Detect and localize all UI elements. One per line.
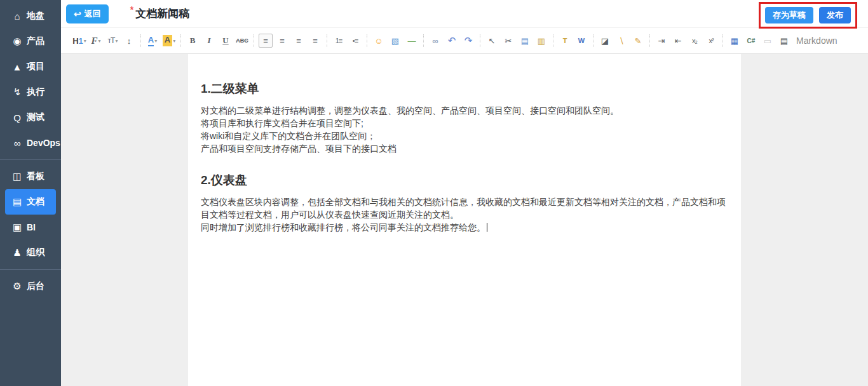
insert-hr-button[interactable]: ― — [405, 34, 419, 48]
sidebar-item-test[interactable]: Q 测试 — [0, 105, 61, 130]
publish-button[interactable]: 发布 — [819, 7, 851, 23]
chevron-down-icon: ▾ — [84, 38, 86, 44]
paste-as-text-button[interactable]: T — [558, 34, 572, 48]
text-color-icon: A — [148, 35, 154, 46]
strikethrough-button[interactable]: ABC — [235, 34, 249, 48]
sidebar-item-admin[interactable]: ⚙ 后台 — [0, 274, 61, 299]
product-lightbulb-icon: ◉ — [11, 36, 24, 47]
sidebar-item-devops[interactable]: ∞ DevOps — [0, 130, 61, 156]
redo-button[interactable]: ↷ — [461, 34, 475, 48]
organization-people-icon: ♟ — [11, 247, 24, 258]
doc-section-heading: 2.仪表盘 — [201, 172, 728, 189]
line-height-icon: ↕ — [127, 36, 132, 46]
chevron-down-icon: ▾ — [115, 38, 117, 44]
remove-format-eraser-button[interactable]: ◪ — [598, 34, 612, 48]
superscript-button[interactable]: x² — [704, 34, 718, 48]
align-left-button[interactable]: ≡ — [259, 34, 273, 48]
insert-code-button[interactable]: C# — [744, 34, 758, 48]
page-break-button: ▭ — [761, 34, 775, 48]
doc-line-with-caret: 同时增加了浏览排行榜和收藏排行榜，将公司同事关注的文档推荐给您。 — [201, 221, 728, 234]
insert-table-button[interactable]: ▦ — [728, 34, 742, 48]
sidebar: ⌂ 地盘 ◉ 产品 ▲ 项目 ↯ 执行 Q 测试 ∞ DevOps ◫ 看板 ▤ — [0, 0, 61, 386]
align-center-button[interactable]: ≡ — [275, 34, 289, 48]
source-notebook-button[interactable]: ▤ — [777, 34, 791, 48]
doc-line: 对文档的二级菜单进行结构调整，调整为仪表盘、我的空间、产品空间、项目空间、接口空… — [201, 104, 728, 117]
sidebar-item-label: 产品 — [27, 36, 44, 47]
sidebar-item-label: 看板 — [27, 171, 44, 182]
toolbar-separator — [254, 34, 254, 47]
settings-gear-icon: ⚙ — [11, 281, 24, 292]
italic-button[interactable]: I — [202, 34, 216, 48]
toolbar-separator — [367, 34, 367, 47]
heading-select[interactable]: H1▾ — [72, 34, 86, 48]
doc-line: 将项目库和执行库文档合并在项目空间下; — [201, 117, 728, 130]
outdent-button[interactable]: ⇤ — [671, 34, 685, 48]
doc-line: 将wiki和自定义库下的文档合并在团队空间； — [201, 130, 728, 142]
save-draft-button[interactable]: 存为草稿 — [765, 7, 813, 23]
align-right-button[interactable]: ≡ — [292, 34, 306, 48]
chevron-down-icon: ▾ — [173, 38, 175, 44]
copy-button[interactable]: ▤ — [518, 34, 532, 48]
toolbar-separator — [649, 34, 650, 47]
kanban-icon: ◫ — [11, 171, 24, 182]
sidebar-item-doc[interactable]: ▤ 文档 — [5, 189, 56, 215]
doc-paragraph: 文档仪表盘区块内容调整，包括全部文档和与我相关的文档统计信息，我收藏的文档和最近… — [201, 196, 728, 234]
chevron-down-icon: ▾ — [154, 38, 157, 44]
subscript-button[interactable]: x₂ — [688, 34, 702, 48]
toolbar-separator — [480, 34, 480, 47]
font-family-icon: F — [91, 36, 97, 46]
sidebar-item-label: BI — [27, 222, 36, 232]
sidebar-item-project[interactable]: ▲ 项目 — [0, 54, 61, 79]
sidebar-item-label: 后台 — [27, 281, 44, 292]
line-height-button[interactable]: ↕ — [122, 34, 136, 48]
font-family-select[interactable]: F▾ — [89, 34, 103, 48]
sidebar-item-label: 地盘 — [27, 10, 44, 22]
test-magnifier-icon: Q — [11, 112, 24, 123]
highlight-color-select[interactable]: A▾ — [162, 34, 176, 48]
undo-button[interactable]: ↶ — [445, 34, 459, 48]
project-rocket-icon: ▲ — [11, 62, 24, 72]
doc-line: 产品和项目空间支持存储产品、项目下的接口文档 — [201, 142, 728, 155]
highlight-color-icon: A — [163, 35, 172, 46]
bi-monitor-icon: ▣ — [11, 222, 24, 233]
document-edit-area[interactable]: 1.二级菜单 对文档的二级菜单进行结构调整，调整为仪表盘、我的空间、产品空间、项… — [188, 54, 741, 386]
toolbar-separator — [423, 34, 424, 47]
doc-paragraph: 对文档的二级菜单进行结构调整，调整为仪表盘、我的空间、产品空间、项目空间、接口空… — [201, 104, 728, 155]
insert-image-button[interactable]: ▧ — [388, 34, 402, 48]
sidebar-item-product[interactable]: ◉ 产品 — [0, 29, 61, 54]
select-all-button[interactable]: ↖ — [485, 34, 499, 48]
emoji-button[interactable]: ☺ — [372, 34, 386, 48]
page-title: 文档新闻稿 — [135, 6, 189, 21]
sidebar-item-kanban[interactable]: ◫ 看板 — [0, 164, 61, 189]
indent-button[interactable]: ⇥ — [654, 34, 668, 48]
sidebar-item-label: 文档 — [27, 196, 44, 208]
ordered-list-button[interactable]: 1≡ — [332, 34, 346, 48]
cut-button[interactable]: ✂ — [501, 34, 515, 48]
link-button[interactable]: ∞ — [428, 34, 442, 48]
doc-section-heading: 1.二级菜单 — [201, 81, 728, 97]
font-size-select[interactable]: тT▾ — [105, 34, 119, 48]
back-button[interactable]: ↩ 返回 — [66, 4, 109, 23]
markdown-toggle[interactable]: Markdown — [796, 36, 837, 46]
unordered-list-button[interactable]: •≡ — [348, 34, 362, 48]
sidebar-item-organization[interactable]: ♟ 组织 — [0, 240, 61, 265]
clear-document-broom-button[interactable]: ∖ — [614, 34, 628, 48]
quick-format-pencil-button[interactable]: ✎ — [631, 34, 645, 48]
sidebar-item-bi[interactable]: ▣ BI — [0, 215, 61, 240]
underline-button[interactable]: U — [219, 34, 233, 48]
main-area: ↩ 返回 * 文档新闻稿 存为草稿 发布 H1▾ F▾ тT▾ ↕ — [61, 0, 868, 386]
annotation-red-box: 存为草稿 发布 — [759, 2, 857, 29]
doc-line: 同时增加了浏览排行榜和收藏排行榜，将公司同事关注的文档推荐给您。 — [201, 222, 485, 232]
back-arrow-icon: ↩ — [74, 9, 81, 19]
text-color-select[interactable]: A▾ — [146, 34, 159, 48]
text-cursor — [487, 223, 487, 232]
toolbar-separator — [553, 34, 553, 47]
sidebar-item-execution[interactable]: ↯ 执行 — [0, 79, 61, 105]
sidebar-item-label: 测试 — [27, 112, 44, 123]
editor-toolbar: H1▾ F▾ тT▾ ↕ A▾ A▾ B I U ABC ≡ — [61, 28, 868, 54]
bold-button[interactable]: B — [186, 34, 200, 48]
align-justify-button[interactable]: ≡ — [308, 34, 322, 48]
sidebar-item-dashboard[interactable]: ⌂ 地盘 — [0, 3, 61, 29]
paste-button[interactable]: ▥ — [534, 34, 548, 48]
paste-from-word-button[interactable]: W — [574, 34, 588, 48]
